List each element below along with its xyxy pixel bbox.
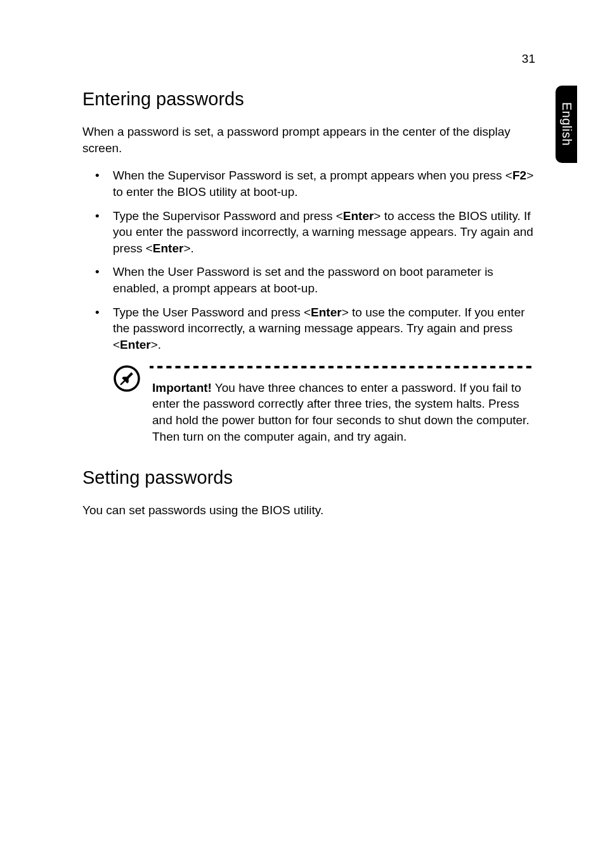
list-item-text: >. [151,338,161,351]
list-item: Type the Supervisor Password and press <… [82,208,535,257]
dotted-rule [150,361,535,373]
page-number: 31 [522,52,535,66]
list-item-text: When the User Password is set and the pa… [113,265,493,295]
language-tab-label: English [559,102,574,146]
important-label: Important! [152,381,212,394]
pin-icon [113,365,141,392]
key-label: Enter [311,306,342,319]
important-text-column: Important! You have three chances to ent… [150,361,535,445]
important-note: Important! You have three chances to ent… [82,361,535,445]
intro-paragraph-1: When a password is set, a password promp… [82,124,535,156]
key-label: F2 [512,169,526,182]
key-label: Enter [343,209,374,223]
page-root: 31 English Entering passwords When a pas… [0,0,605,868]
important-text: Important! You have three chances to ent… [150,380,535,445]
heading-entering-passwords: Entering passwords [82,89,535,110]
page-content: Entering passwords When a password is se… [82,89,535,519]
list-item-text: >. [183,242,193,255]
bullet-list-1: When the Supervisor Password is set, a p… [82,167,535,353]
key-label: Enter [120,338,151,351]
list-item: When the Supervisor Password is set, a p… [82,167,535,200]
list-item-text: Type the User Password and press < [113,306,311,319]
list-item: When the User Password is set and the pa… [82,264,535,296]
list-item-text: Type the Supervisor Password and press < [113,209,343,223]
heading-setting-passwords: Setting passwords [82,467,535,488]
intro-paragraph-2: You can set passwords using the BIOS uti… [82,502,535,519]
language-tab: English [556,86,577,163]
list-item-text: When the Supervisor Password is set, a p… [113,169,512,182]
key-label: Enter [153,242,184,255]
list-item: Type the User Password and press <Enter>… [82,304,535,353]
